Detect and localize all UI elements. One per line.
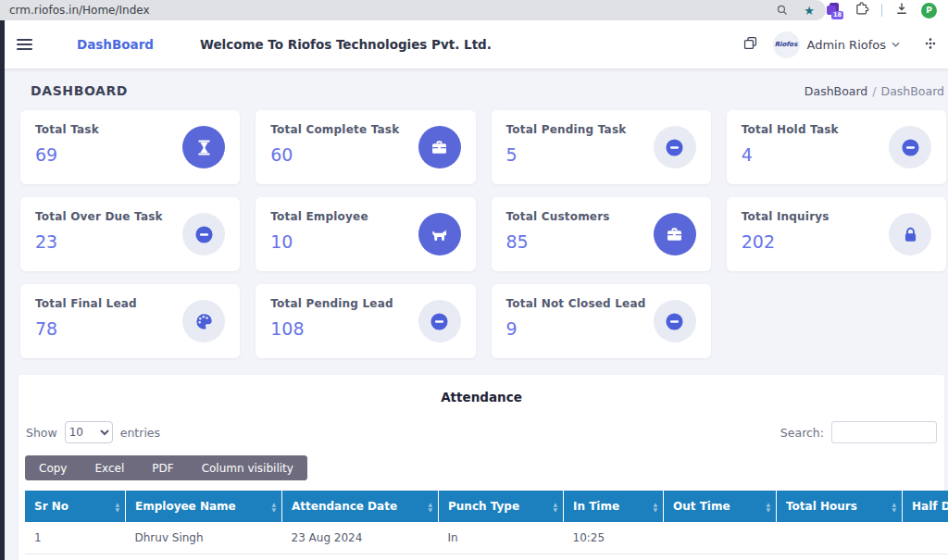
apps-dots-icon[interactable] — [924, 36, 937, 54]
breadcrumb-separator: / — [872, 84, 876, 98]
user-menu[interactable]: Admin Riofos — [807, 38, 900, 52]
briefcase-icon — [418, 126, 461, 168]
column-header-attendance-date[interactable]: Attendance Date▲▼ — [282, 491, 439, 522]
card-value: 202 — [742, 231, 830, 252]
browser-chrome: crm.riofos.in/Home/Index ★ 18 P — [0, 0, 948, 20]
card-label: Total Employee — [270, 210, 368, 223]
table-row: 2Punit Parekh23 Aug 2024In10:06 — [25, 554, 948, 560]
card-value: 10 — [270, 231, 368, 252]
dashboard-link[interactable]: DashBoard — [77, 37, 154, 52]
card-value: 4 — [742, 144, 839, 165]
stat-card-total-employee: Total Employee10 — [256, 197, 475, 271]
column-header-sr-no[interactable]: Sr No▲▼ — [25, 491, 126, 522]
breadcrumb-item[interactable]: DashBoard — [805, 84, 867, 98]
sort-icon: ▲▼ — [428, 502, 432, 512]
excel-button[interactable]: Excel — [81, 455, 138, 480]
sort-icon: ▲▼ — [892, 502, 896, 512]
card-value: 85 — [506, 231, 610, 252]
extension-icon[interactable]: 18 — [826, 3, 842, 19]
card-label: Total Over Due Task — [35, 210, 163, 223]
download-icon[interactable] — [894, 1, 909, 19]
card-value: 78 — [35, 318, 137, 339]
sort-icon: ▲▼ — [115, 502, 119, 512]
breadcrumb: DashBoard/DashBoard — [805, 84, 944, 98]
cards-grid: Total Task69Total Complete Task60Total P… — [20, 110, 946, 358]
attendance-title: Attendance — [25, 390, 938, 404]
page-size-select[interactable]: 10 — [65, 421, 113, 443]
collapsed-sidebar[interactable] — [0, 20, 5, 560]
welcome-text: Welcome To Riofos Technologies Pvt. Ltd. — [200, 37, 492, 52]
search-label: Search: — [780, 426, 824, 440]
stat-card-total-complete-task: Total Complete Task60 — [256, 110, 475, 184]
card-value: 23 — [35, 231, 163, 252]
card-label: Total Customers — [506, 210, 610, 223]
search-input[interactable] — [831, 421, 937, 443]
card-label: Total Inquirys — [742, 210, 830, 223]
card-label: Total Hold Task — [742, 123, 839, 136]
minus-circle-icon — [182, 213, 225, 255]
card-value: 60 — [270, 144, 399, 165]
export-buttons: CopyExcelPDFColumn visibility — [25, 455, 307, 480]
stat-card-total-final-lead: Total Final Lead78 — [20, 284, 240, 358]
briefcase-icon — [654, 213, 696, 255]
card-value: 5 — [506, 144, 627, 165]
column-header-employee-name[interactable]: Employee Name▲▼ — [126, 491, 282, 522]
copy-button[interactable]: Copy — [25, 455, 81, 480]
page-title: DASHBOARD — [31, 83, 128, 98]
column-header-out-time[interactable]: Out Time▲▼ — [664, 491, 777, 522]
extensions-puzzle-icon[interactable] — [854, 1, 869, 19]
column-header-label: Attendance Date — [292, 500, 397, 513]
card-label: Total Final Lead — [35, 297, 137, 310]
profile-avatar[interactable]: P — [921, 3, 937, 19]
table-cell: Dhruv Singh — [126, 522, 282, 554]
toolbar-divider — [881, 4, 882, 17]
lock-icon — [889, 213, 931, 255]
column-visibility-button[interactable]: Column visibility — [188, 455, 307, 480]
table-controls: Show 10 entries Search: — [25, 421, 938, 443]
zoom-icon[interactable] — [776, 4, 789, 17]
extension-badge: 18 — [831, 11, 843, 19]
table-cell: 10:25 — [564, 522, 664, 554]
stat-card-total-hold-task: Total Hold Task4 — [727, 110, 946, 184]
column-header-punch-type[interactable]: Punch Type▲▼ — [439, 491, 564, 522]
url-text: crm.riofos.in/Home/Index — [9, 4, 150, 17]
bookmark-star-icon[interactable]: ★ — [804, 5, 815, 17]
palette-icon — [182, 300, 225, 342]
table-cell — [664, 522, 777, 554]
sort-icon: ▲▼ — [766, 502, 770, 512]
card-value: 9 — [506, 318, 646, 339]
table-cell — [777, 522, 903, 554]
app-navbar: DashBoard Welcome To Riofos Technologies… — [0, 20, 948, 68]
column-header-label: Half Day — [912, 500, 948, 513]
table-cell: Punit Parekh — [126, 554, 282, 560]
page-header: DASHBOARD DashBoard/DashBoard — [5, 68, 948, 110]
entries-label: entries — [120, 426, 160, 440]
table-search: Search: — [780, 421, 937, 443]
stat-card-total-over-due-task: Total Over Due Task23 — [20, 197, 240, 271]
hamburger-menu-icon[interactable] — [17, 39, 32, 50]
table-cell: 23 Aug 2024 — [282, 522, 439, 554]
url-bar[interactable]: crm.riofos.in/Home/Index ★ — [0, 0, 826, 20]
column-header-in-time[interactable]: In Time▲▼ — [564, 491, 664, 522]
table-row: 1Dhruv Singh23 Aug 2024In10:25 — [25, 522, 948, 554]
chevron-down-icon — [892, 42, 900, 47]
window-restore-icon[interactable] — [742, 35, 758, 55]
column-header-label: Total Hours — [786, 500, 857, 513]
card-label: Total Pending Task — [506, 123, 627, 136]
breadcrumb-item-current: DashBoard — [881, 84, 944, 98]
stat-card-total-task: Total Task69 — [20, 110, 240, 184]
table-cell: 1 — [25, 522, 126, 554]
card-value: 69 — [35, 144, 99, 165]
column-header-total-hours[interactable]: Total Hours▲▼ — [777, 491, 903, 522]
pdf-button[interactable]: PDF — [138, 455, 187, 480]
sort-icon: ▲▼ — [553, 502, 557, 512]
sort-icon: ▲▼ — [271, 502, 276, 512]
hourglass-icon — [182, 126, 225, 168]
table-cell: In — [439, 554, 564, 560]
table-cell: 10:06 — [564, 554, 664, 560]
user-name-label: Admin Riofos — [807, 38, 886, 52]
stat-card-total-not-closed-lead: Total Not Closed Lead9 — [492, 284, 711, 358]
column-header-half-day[interactable]: Half Day▲▼ — [903, 491, 948, 522]
company-logo-avatar[interactable]: Riofos — [773, 31, 800, 58]
stat-card-total-pending-lead: Total Pending Lead108 — [256, 284, 475, 358]
